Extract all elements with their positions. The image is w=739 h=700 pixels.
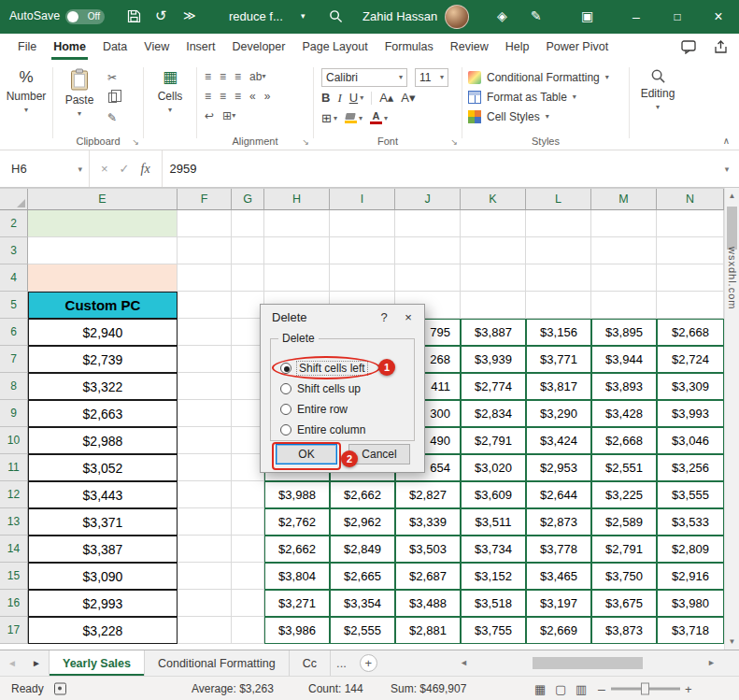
window-icon[interactable]: ▣ bbox=[581, 8, 593, 23]
cell-K15[interactable]: $3,152 bbox=[461, 563, 526, 590]
cell-E5[interactable]: Custom PC bbox=[28, 292, 178, 319]
cell-I12[interactable]: $2,662 bbox=[330, 481, 395, 508]
document-title[interactable]: reduce f... bbox=[229, 9, 283, 23]
normal-view-icon[interactable]: ▦ bbox=[534, 681, 546, 695]
cell-I3[interactable] bbox=[330, 237, 395, 264]
font-color-icon[interactable]: A▾ bbox=[370, 112, 388, 124]
editing-button[interactable]: Editing ▾ bbox=[630, 60, 686, 111]
cell-F10[interactable] bbox=[178, 427, 232, 454]
cell-N3[interactable] bbox=[657, 237, 724, 264]
zoom-out-button[interactable]: – bbox=[598, 681, 605, 696]
minimize-button[interactable]: – bbox=[616, 0, 657, 34]
alignment-dialog-launcher-icon[interactable]: ↘ bbox=[302, 137, 309, 147]
sheet-tab-yearly-sales[interactable]: Yearly Sales bbox=[49, 650, 145, 676]
row-header-16[interactable]: 16 bbox=[0, 590, 28, 617]
cell-E10[interactable]: $2,988 bbox=[28, 427, 178, 454]
title-chevron-icon[interactable]: ▾ bbox=[301, 11, 306, 21]
cell-G14[interactable] bbox=[232, 536, 264, 563]
fill-color-icon[interactable]: ▾ bbox=[345, 113, 362, 123]
cell-E4[interactable] bbox=[28, 264, 178, 292]
cell-J3[interactable] bbox=[395, 237, 461, 264]
row-header-6[interactable]: 6 bbox=[0, 319, 28, 346]
cell-H13[interactable]: $2,762 bbox=[264, 508, 330, 536]
scroll-up-icon[interactable]: ▲ bbox=[725, 192, 739, 200]
cell-K3[interactable] bbox=[461, 237, 526, 264]
cell-E13[interactable]: $3,371 bbox=[28, 508, 178, 536]
expand-formula-bar-icon[interactable]: ▾ bbox=[715, 150, 739, 187]
cell-H4[interactable] bbox=[264, 264, 330, 292]
cell-I14[interactable]: $2,849 bbox=[330, 536, 395, 563]
cell-F11[interactable] bbox=[178, 454, 232, 481]
cell-E12[interactable]: $3,443 bbox=[28, 481, 178, 508]
increase-indent-icon[interactable]: » bbox=[264, 90, 271, 103]
row-header-15[interactable]: 15 bbox=[0, 563, 28, 590]
cell-L5[interactable] bbox=[526, 292, 591, 319]
cell-N9[interactable]: $3,993 bbox=[657, 400, 724, 427]
cell-K14[interactable]: $3,734 bbox=[461, 536, 526, 563]
cancel-entry-icon[interactable]: × bbox=[101, 162, 108, 176]
cell-F8[interactable] bbox=[178, 373, 232, 400]
cell-L2[interactable] bbox=[526, 210, 591, 237]
cell-styles-button[interactable]: Cell Styles▾ bbox=[462, 107, 629, 125]
cell-M3[interactable] bbox=[591, 237, 657, 264]
cell-M4[interactable] bbox=[591, 264, 657, 292]
row-header-12[interactable]: 12 bbox=[0, 481, 28, 508]
cell-G15[interactable] bbox=[232, 563, 264, 590]
align-center-icon[interactable]: ≡ bbox=[220, 90, 226, 103]
sheet-tab-conditional-formatting[interactable]: Conditional Formatting bbox=[145, 650, 290, 676]
cell-M6[interactable]: $3,895 bbox=[591, 319, 657, 346]
cell-K7[interactable]: $3,939 bbox=[461, 346, 526, 373]
cell-G13[interactable] bbox=[232, 508, 264, 536]
cell-F3[interactable] bbox=[178, 237, 232, 264]
cell-M5[interactable] bbox=[591, 292, 657, 319]
cell-M2[interactable] bbox=[591, 210, 657, 237]
cell-N8[interactable]: $3,309 bbox=[657, 373, 724, 400]
borders-icon[interactable]: ⊞▾ bbox=[321, 111, 337, 125]
autosave-toggle[interactable]: Off bbox=[65, 9, 105, 24]
zoom-in-button[interactable]: + bbox=[685, 681, 692, 695]
column-header-M[interactable]: M bbox=[591, 189, 657, 210]
cell-E6[interactable]: $2,940 bbox=[28, 319, 178, 346]
cell-M17[interactable]: $3,873 bbox=[591, 617, 657, 644]
cell-F17[interactable] bbox=[178, 617, 232, 644]
cell-G16[interactable] bbox=[232, 590, 264, 617]
formula-input[interactable]: 2959 bbox=[163, 150, 715, 187]
cell-L17[interactable]: $2,669 bbox=[526, 617, 591, 644]
cell-H3[interactable] bbox=[264, 237, 330, 264]
cell-E14[interactable]: $3,387 bbox=[28, 536, 178, 563]
column-header-L[interactable]: L bbox=[526, 189, 591, 210]
share-icon[interactable] bbox=[714, 40, 728, 58]
row-header-14[interactable]: 14 bbox=[0, 536, 28, 563]
row-header-11[interactable]: 11 bbox=[0, 454, 28, 481]
decrease-indent-icon[interactable]: « bbox=[249, 90, 256, 103]
cell-H17[interactable]: $3,986 bbox=[264, 617, 330, 644]
cell-L4[interactable] bbox=[526, 264, 591, 292]
ribbon-tab-review[interactable]: Review bbox=[442, 34, 497, 60]
cells-button[interactable]: ▦ Cells ▾ bbox=[144, 60, 196, 114]
ribbon-tab-file[interactable]: File bbox=[9, 34, 45, 60]
cell-J13[interactable]: $3,339 bbox=[395, 508, 461, 536]
dialog-title-bar[interactable]: Delete ? × bbox=[261, 305, 424, 329]
cell-N7[interactable]: $2,724 bbox=[657, 346, 724, 373]
cell-F5[interactable] bbox=[178, 292, 232, 319]
cell-E9[interactable]: $2,663 bbox=[28, 400, 178, 427]
cell-I2[interactable] bbox=[330, 210, 395, 237]
cell-E7[interactable]: $2,739 bbox=[28, 346, 178, 373]
column-header-F[interactable]: F bbox=[178, 189, 232, 210]
cell-J16[interactable]: $3,488 bbox=[395, 590, 461, 617]
cell-E16[interactable]: $2,993 bbox=[28, 590, 178, 617]
cell-I13[interactable]: $2,962 bbox=[330, 508, 395, 536]
cell-M14[interactable]: $2,791 bbox=[591, 536, 657, 563]
cell-J15[interactable]: $2,687 bbox=[395, 563, 461, 590]
font-dialog-launcher-icon[interactable]: ↘ bbox=[450, 137, 458, 147]
cell-L9[interactable]: $3,290 bbox=[526, 400, 591, 427]
cell-M8[interactable]: $3,893 bbox=[591, 373, 657, 400]
insert-function-icon[interactable]: fx bbox=[141, 162, 150, 177]
copy-icon[interactable] bbox=[108, 93, 117, 103]
align-left-icon[interactable]: ≡ bbox=[205, 90, 211, 103]
row-header-13[interactable]: 13 bbox=[0, 508, 28, 536]
cell-G3[interactable] bbox=[232, 237, 264, 264]
cell-N4[interactable] bbox=[657, 264, 724, 292]
diamond-icon[interactable]: ◈ bbox=[497, 8, 507, 23]
merge-center-icon[interactable]: ⊞▾ bbox=[222, 109, 235, 122]
